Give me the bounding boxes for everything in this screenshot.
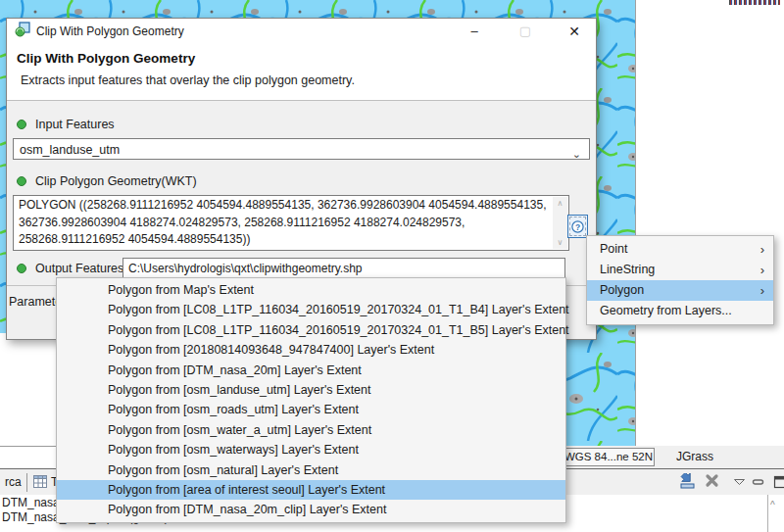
input-features-label: Input Features [17, 117, 115, 132]
submenu-item[interactable]: Polygon from [osm_natural] Layer's Exten… [57, 460, 565, 480]
panel-divider [767, 495, 768, 532]
app-window: WGS 84...ne 52N JGrass rca Tal [0, 0, 784, 532]
perspective-label[interactable]: JGrass [676, 450, 713, 463]
table-icon [33, 474, 47, 492]
close-button[interactable]: ✕ [554, 19, 595, 44]
output-features-field[interactable]: C:\Users\hydrologis\qxt\clipwithgeometry… [122, 258, 565, 278]
svg-text:?: ? [575, 221, 580, 231]
selection-panel [636, 0, 784, 446]
menu-item-linestring[interactable]: LineString › [587, 260, 773, 280]
submenu-item[interactable]: Polygon from [DTM_nasa_20m_clip] Layer's… [57, 500, 565, 519]
input-features-combo[interactable]: osm_landuse_utm ⌄ [13, 138, 590, 160]
submenu-arrow-icon: › [760, 260, 764, 280]
submenu-item[interactable]: Polygon from [20180814093648_947847400] … [57, 340, 565, 360]
map-empty-area [0, 333, 57, 446]
minimize-button[interactable]: – [458, 19, 491, 44]
close-view-icon[interactable] [702, 473, 721, 492]
submenu-arrow-icon: › [760, 239, 764, 260]
wkt-help-button[interactable]: ? [567, 215, 588, 238]
green-bullet-icon [17, 264, 26, 273]
submenu-arrow-icon: › [760, 280, 764, 301]
submenu-item[interactable]: Polygon from [osm_landuse_utm] Layer's E… [57, 380, 565, 400]
tab-search[interactable]: rca [0, 473, 27, 492]
geometry-context-menu: Point › LineString › Polygon › Geometry … [586, 235, 774, 325]
submenu-item[interactable]: Polygon from [LC08_L1TP_116034_20160519_… [57, 320, 565, 340]
menu-item-point[interactable]: Point › [587, 239, 773, 260]
wkt-text: POLYGON ((258268.9111216952 4054594.4889… [19, 197, 551, 249]
submenu-item[interactable]: Polygon from [LC08_L1TP_116034_20160519_… [57, 300, 565, 319]
minimize-view-icon[interactable] [748, 473, 767, 492]
submenu-item[interactable]: Polygon from Map's Extent [57, 280, 565, 300]
status-bar: WGS 84...ne 52N JGrass [549, 446, 784, 468]
submenu-item[interactable]: Polygon from [DTM_nasa_20m] Layer's Exte… [57, 361, 565, 380]
import-layer-icon[interactable] [678, 473, 698, 492]
dialog-header-title: Clip With Polygon Geometry [17, 51, 195, 66]
dialog-title: Clip With Polygon Geometry [36, 24, 184, 38]
submenu-item[interactable]: Polygon from [osm_water_a_utm] Layer's E… [57, 420, 565, 440]
polygon-submenu: Polygon from Map's Extent Polygon from [… [56, 277, 566, 523]
output-features-label: Output Features [17, 261, 123, 276]
dialog-header: Clip With Polygon Geometry Extracts inpu… [7, 44, 596, 101]
view-menu-icon[interactable] [729, 473, 749, 492]
chevron-down-icon: ⌄ [572, 143, 581, 165]
dialog-header-description: Extracts input features that overlay the… [21, 73, 355, 87]
submenu-item-selected[interactable]: Polygon from [area of interest seoul] La… [57, 480, 565, 500]
wkt-scrollbar[interactable]: ∧ ∨ [553, 197, 567, 249]
green-bullet-icon [17, 120, 26, 129]
menu-item-polygon[interactable]: Polygon › [587, 280, 773, 301]
submenu-item[interactable]: Polygon from [osm_waterways] Layer's Ext… [57, 440, 565, 459]
dialog-icon [15, 22, 30, 41]
maximize-view-icon[interactable] [770, 473, 784, 492]
crs-button[interactable]: WGS 84...ne 52N [563, 448, 655, 466]
submenu-item[interactable]: Polygon from [osm_roads_utm] Layer's Ext… [57, 400, 565, 419]
maximize-button[interactable]: ▢ [509, 19, 542, 44]
wkt-textarea[interactable]: POLYGON ((258268.9111216952 4054594.4889… [13, 195, 569, 251]
dialog-titlebar[interactable]: Clip With Polygon Geometry – ▢ ✕ [7, 19, 596, 44]
green-bullet-icon [17, 176, 26, 186]
scroll-up-icon[interactable]: ∧ [553, 199, 567, 208]
menu-item-geometry-from-layers[interactable]: Geometry from Layers... [587, 301, 773, 321]
scroll-up-icon[interactable]: ^ [770, 500, 775, 510]
help-icon: ? [569, 217, 586, 236]
truncated-text-strip [729, 0, 780, 5]
wkt-label: Clip Polygon Geometry(WKT) [17, 173, 197, 189]
scroll-down-icon[interactable]: ∨ [553, 238, 567, 247]
